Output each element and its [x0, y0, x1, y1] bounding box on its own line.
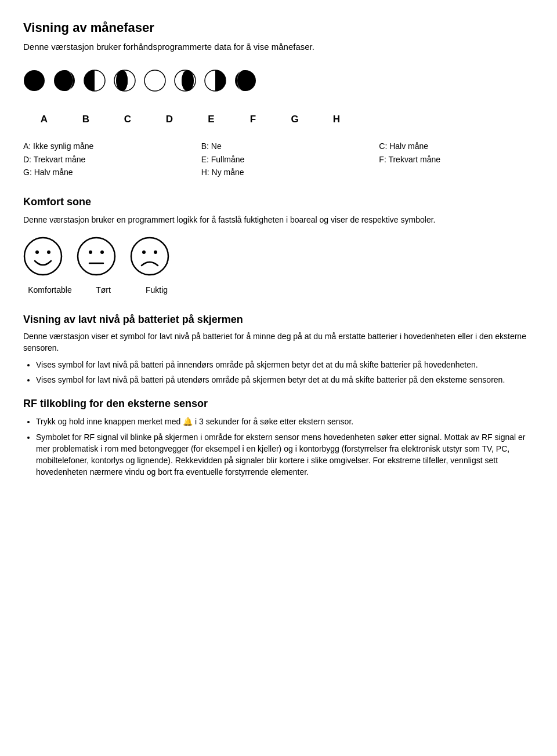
- moon-desc-3: D: Trekvart måne: [23, 154, 178, 165]
- moon-letter-labels: A B C D E F G H: [23, 112, 534, 127]
- moon-phases-row: [23, 70, 534, 92]
- svg-point-27: [154, 250, 157, 254]
- moon-c-icon: [84, 70, 106, 92]
- battery-text: Denne værstasjon viser et symbol for lav…: [23, 330, 534, 354]
- moon-desc-6: G: Halv måne: [23, 166, 178, 178]
- svg-point-13: [182, 71, 191, 90]
- rf-bullets: Trykk og hold inne knappen merket med 🔔 …: [36, 416, 534, 478]
- face-icons-row: [23, 237, 534, 276]
- moon-desc-7: H: Ny måne: [201, 166, 356, 178]
- face-labels-row: Komfortable Tørt Fuktig: [23, 284, 534, 296]
- moon-a-icon: [23, 70, 45, 92]
- svg-point-25: [131, 238, 168, 275]
- face-label-2: Fuktig: [130, 284, 183, 296]
- battery-bullet-0: Vises symbol for lavt nivå på batteri på…: [36, 359, 534, 370]
- moon-desc-0: A: Ikke synlig måne: [23, 140, 178, 152]
- face-happy-icon: [23, 237, 63, 276]
- svg-point-3: [59, 70, 73, 91]
- face-label-1: Tørt: [77, 284, 130, 296]
- moon-desc-1: B: Ne: [201, 140, 356, 152]
- svg-point-17: [237, 70, 251, 91]
- moon-g-icon: [204, 70, 226, 92]
- moon-d-icon: [114, 70, 136, 92]
- moon-desc-4: E: Fullmåne: [201, 154, 356, 165]
- moon-descriptions: A: Ikke synlig måne B: Ne C: Halv måne D…: [23, 140, 534, 178]
- page-subtitle: Denne værstasjon bruker forhåndsprogramm…: [23, 41, 534, 53]
- moon-desc-5: F: Trekvart måne: [379, 154, 534, 165]
- moon-desc-2: C: Halv måne: [379, 140, 534, 152]
- moon-label-e: E: [190, 112, 232, 127]
- svg-point-21: [78, 238, 115, 275]
- battery-bullet-1: Vises symbol for lavt nivå på batteri på…: [36, 374, 534, 386]
- rf-bullet-1: Symbolet for RF signal vil blinke på skj…: [36, 431, 534, 478]
- svg-point-19: [35, 250, 39, 254]
- moon-h-icon: [234, 70, 256, 92]
- moon-label-h: H: [316, 112, 357, 127]
- svg-point-23: [100, 250, 104, 254]
- svg-point-9: [144, 70, 165, 91]
- moon-label-g: G: [274, 112, 316, 127]
- face-neutral-icon: [77, 237, 116, 276]
- svg-point-18: [24, 238, 62, 275]
- svg-point-22: [89, 250, 92, 254]
- moon-label-f: F: [232, 112, 274, 127]
- moon-b-icon: [53, 70, 75, 92]
- komfort-text: Denne værstasjon bruker en programmert l…: [23, 214, 534, 226]
- page-title: Visning av månefaser: [23, 19, 534, 37]
- face-label-0: Komfortable: [23, 284, 77, 296]
- moon-label-d: D: [149, 112, 190, 127]
- svg-point-26: [142, 250, 146, 254]
- moon-label-a: A: [23, 112, 65, 127]
- svg-point-20: [47, 250, 50, 254]
- moon-label-c: C: [107, 112, 149, 127]
- face-sad-icon: [130, 237, 169, 276]
- rf-bullet-0: Trykk og hold inne knappen merket med 🔔 …: [36, 416, 534, 427]
- svg-point-0: [24, 70, 45, 91]
- moon-label-b: B: [65, 112, 107, 127]
- moon-f-icon: [174, 70, 196, 92]
- battery-heading: Visning av lavt nivå på batteriet på skj…: [23, 312, 534, 327]
- komfort-heading: Komfort sone: [23, 194, 534, 209]
- rf-heading: RF tilkobling for den eksterne sensor: [23, 396, 534, 411]
- battery-bullets: Vises symbol for lavt nivå på batteri på…: [36, 359, 534, 386]
- moon-e-icon: [144, 70, 166, 92]
- svg-point-8: [120, 71, 128, 90]
